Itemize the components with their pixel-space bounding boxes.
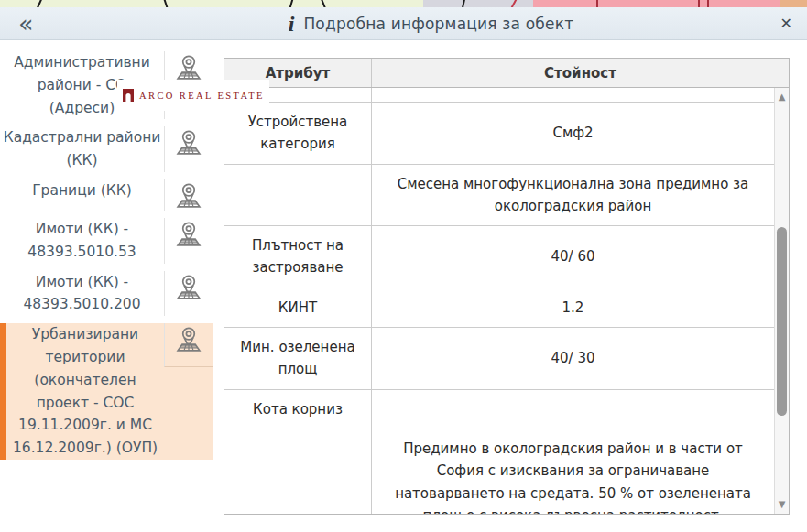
table-row: Мин. озеленена площ 40/ 30	[224, 328, 789, 390]
arco-watermark-logo: ARCO REAL ESTATE	[117, 80, 269, 111]
logo-text: ARCO REAL ESTATE	[139, 91, 265, 101]
dialog-title: Подробна информация за обект	[303, 15, 573, 33]
attribute-cell: Мин. озеленена площ	[224, 328, 372, 389]
info-icon: i	[289, 13, 295, 35]
table-row: Предназначение Предимно в околоградския …	[224, 429, 789, 514]
table-row: Плътност на застрояване 40/ 60	[224, 226, 789, 288]
value-cell: 40/ 30	[372, 328, 789, 389]
layer-label: Имоти (КК) - 48393.5010.53	[0, 218, 164, 264]
value-cell: Предимно в околоградския район и в части…	[372, 429, 789, 514]
close-icon[interactable]: ✕	[780, 15, 792, 32]
arch-logo-icon	[122, 88, 135, 103]
map-color-segment	[0, 0, 423, 7]
map-pin-icon	[174, 220, 203, 249]
table-scroll-viewport: Устройствена категория Смф2 Смесена мног…	[224, 88, 789, 514]
map-pin-icon	[174, 128, 203, 157]
value-cell: Смф2	[372, 103, 789, 164]
layer-icon-cell	[164, 126, 213, 172]
map-pin-icon	[174, 325, 203, 354]
value-cell: 1.2	[372, 288, 789, 327]
table-row	[224, 88, 789, 103]
table-row: Смесена многофункционална зона предимно …	[224, 165, 789, 227]
table-row: Устройствена категория Смф2	[224, 103, 789, 165]
layer-label: Граници (КК)	[0, 179, 164, 211]
map-pin-icon	[174, 53, 203, 82]
layer-icon-cell	[164, 218, 213, 264]
map-color-segment	[780, 0, 807, 7]
scroll-up-button[interactable]: ▲	[775, 92, 789, 103]
attribute-cell	[224, 165, 372, 226]
attribute-cell: КИНТ	[224, 288, 372, 327]
sidebar-layer-item[interactable]: Граници (КК)	[0, 179, 213, 211]
table-scrollbar[interactable]: ▲ ▼	[774, 88, 789, 514]
table-row: Кота корниз	[224, 390, 789, 429]
layer-label: Кадастрални райони (КК)	[0, 126, 164, 172]
map-pin-icon	[174, 273, 203, 302]
sidebar-layer-item[interactable]: Кадастрални райони (КК)	[0, 126, 213, 172]
value-cell: 40/ 60	[372, 226, 789, 288]
info-panel: « i Подробна информация за обект ✕ Админ…	[0, 0, 807, 532]
scrollbar-thumb[interactable]	[777, 227, 787, 416]
map-color-segment	[423, 0, 533, 7]
collapse-panel-button[interactable]: «	[18, 9, 34, 38]
sidebar-layer-item[interactable]: Урбанизирани територии (окончателен прое…	[0, 323, 213, 460]
attribute-cell: Плътност на застрояване	[224, 226, 372, 288]
attribute-cell: Предназначение	[224, 429, 372, 514]
sidebar-layer-item[interactable]: Имоти (КК) - 48393.5010.200	[0, 271, 213, 317]
sidebar-layer-item[interactable]: Имоти (КК) - 48393.5010.53	[0, 218, 213, 264]
value-cell	[372, 390, 789, 429]
scroll-down-button[interactable]: ▼	[775, 499, 789, 510]
dialog-header: « i Подробна информация за обект ✕	[0, 7, 807, 40]
attribute-table-area: Атрибут Стойност Устройствена категория …	[224, 58, 790, 515]
column-header-value: Стойност	[372, 59, 789, 87]
map-edge-strip	[0, 0, 807, 7]
attribute-cell: Устройствена категория	[224, 103, 372, 164]
layer-icon-cell	[164, 179, 213, 211]
map-pin-icon	[174, 181, 203, 211]
map-color-segment	[533, 0, 780, 7]
table-row: КИНТ 1.2	[224, 288, 789, 328]
value-cell: Смесена многофункционална зона предимно …	[372, 165, 789, 226]
dialog-title-group: i Подробна информация за обект	[0, 13, 807, 35]
layer-label: Урбанизирани територии (окончателен прое…	[6, 323, 164, 460]
layer-icon-cell	[164, 271, 213, 317]
table-header-row: Атрибут Стойност	[224, 59, 789, 88]
layer-icon-cell	[164, 323, 213, 367]
layer-label: Имоти (КК) - 48393.5010.200	[0, 271, 164, 317]
table-rows: Устройствена категория Смф2 Смесена мног…	[224, 88, 789, 514]
value-cell	[372, 88, 789, 102]
attribute-cell: Кота корниз	[224, 390, 372, 429]
